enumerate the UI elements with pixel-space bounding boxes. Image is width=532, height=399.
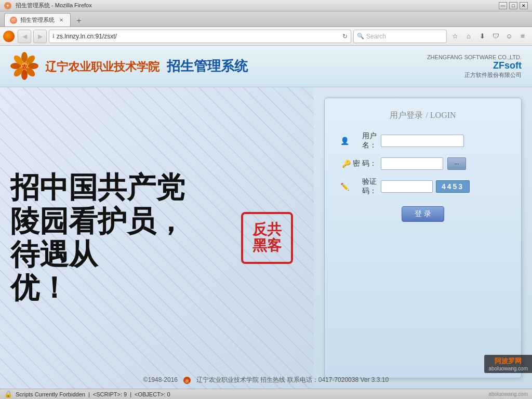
banner-line2: 陵园看护员，: [10, 205, 185, 238]
status-bar: 🔒 Scripts Currently Forbidden | <SCRIPT>…: [0, 389, 532, 399]
captcha-icon: ✏️: [340, 182, 349, 191]
tab-label: 招生管理系统: [20, 16, 55, 24]
tab-close-button[interactable]: ✕: [58, 17, 65, 24]
username-label: 👤 用户名：: [340, 131, 377, 150]
search-icon: 🔍: [357, 33, 364, 39]
captcha-image[interactable]: 4453: [436, 180, 470, 193]
tab-favicon: 招: [10, 17, 17, 24]
browser-favicon: ●: [4, 2, 11, 9]
window-controls: — □ ✕: [499, 2, 528, 9]
login-button[interactable]: 登 录: [402, 206, 444, 222]
download-icon[interactable]: ⬇: [476, 30, 488, 43]
captcha-label: ✏️ 验证码：: [340, 177, 377, 196]
company-name-en: ZFsoft: [427, 60, 522, 71]
banner-text: 招中国共产党 陵园看护员， 待遇从 优！: [10, 171, 185, 305]
password-row: 🔑 密 码： ···: [340, 157, 506, 170]
forward-button[interactable]: ▶: [33, 30, 47, 43]
username-input[interactable]: [381, 135, 464, 147]
captcha-row: ✏️ 验证码： 4453: [340, 177, 506, 196]
stamp-line2: 黑客: [252, 238, 282, 254]
home-icon[interactable]: ⌂: [462, 30, 475, 43]
emoji-icon[interactable]: ☺: [503, 30, 515, 43]
company-label: ZHENGFANG SOFTWARE CO.,LTD.: [427, 54, 522, 60]
logo-area: 农 辽宁农业职业技术学院 招生管理系统: [10, 52, 248, 81]
browser-title: 招生管理系统 - Mozilla Firefox: [16, 2, 92, 9]
firefox-logo: [3, 31, 15, 42]
footer-copyright: ©1948-2016: [143, 376, 178, 383]
login-title: 用户登录 / LOGIN: [340, 109, 506, 121]
active-tab[interactable]: 招 招生管理系统 ✕: [4, 13, 71, 26]
password-label: 🔑 密 码：: [340, 159, 377, 168]
password-show-button[interactable]: ···: [447, 157, 466, 170]
captcha-value: 4453: [442, 182, 464, 191]
status-icon: 🔒: [4, 390, 12, 398]
login-title-separator: /: [425, 111, 430, 119]
company-name-cn: 正方软件股份有限公司: [427, 71, 522, 79]
navigation-bar: ◀ ▶ ℹ zs.lnnzy.ln.cn:91/zsxt/ ↻ 🔍 Search…: [0, 27, 532, 46]
shield-icon[interactable]: 🛡: [489, 30, 502, 43]
status-separator2: |: [130, 391, 131, 397]
banner-line4: 优！: [10, 271, 185, 304]
site-header: 农 辽宁农业职业技术学院 招生管理系统 ZHENGFANG SOFTWARE C…: [0, 46, 532, 87]
password-input[interactable]: [381, 157, 443, 170]
footer-logo-icon: 农: [183, 376, 191, 384]
school-name-area: 辽宁农业职业技术学院 招生管理系统: [45, 57, 248, 75]
address-icon: ℹ: [52, 33, 55, 39]
page-content: 农 辽宁农业职业技术学院 招生管理系统 ZHENGFANG SOFTWARE C…: [0, 46, 532, 389]
system-title: 招生管理系统: [167, 59, 248, 74]
captcha-input[interactable]: [381, 180, 433, 193]
banner-area: 招中国共产党 陵园看护员， 待遇从 优！ 反共 黑客: [0, 87, 314, 389]
captcha-label-text: 验证码：: [351, 177, 377, 196]
search-placeholder: Search: [366, 33, 443, 40]
object-count: <OBJECT>: 0: [135, 391, 170, 397]
banner-line3: 待遇从: [10, 238, 185, 271]
browser-titlebar: ● 招生管理系统 - Mozilla Firefox — □ ✕: [0, 0, 532, 11]
login-title-cn: 用户登录: [390, 111, 423, 119]
footer-text: 辽宁农业职业技术学院 招生热线 联系电话：0417-7020038 Ver 3.…: [196, 376, 389, 383]
address-bar[interactable]: ℹ zs.lnnzy.ln.cn:91/zsxt/ ↻: [49, 30, 351, 43]
password-label-text: 密 码：: [353, 159, 377, 168]
watermark-text: 阿波罗网: [488, 356, 528, 366]
watermark: 阿波罗网 aboluowang.com: [484, 355, 532, 373]
reload-button[interactable]: ↻: [342, 33, 348, 40]
watermark-status: aboluowang.com: [488, 391, 528, 397]
nav-icons: ☆ ⌂ ⬇ 🛡 ☺ ≡: [449, 30, 529, 43]
company-info: ZHENGFANG SOFTWARE CO.,LTD. ZFsoft 正方软件股…: [427, 54, 522, 79]
svg-text:农: 农: [21, 64, 28, 70]
status-separator1: |: [88, 391, 90, 397]
school-logo: 农: [10, 52, 39, 81]
site-footer: ©1948-2016 农 辽宁农业职业技术学院 招生热线 联系电话：0417-7…: [0, 371, 532, 389]
username-label-text: 用户名：: [351, 131, 377, 150]
scripts-forbidden-text: Scripts Currently Forbidden: [16, 391, 85, 397]
stamp: 反共 黑客: [241, 212, 293, 264]
login-btn-row: 登 录: [340, 203, 506, 222]
search-bar[interactable]: 🔍 Search: [353, 30, 447, 43]
script-count: <SCRIPT>: 9: [93, 391, 127, 397]
main-area: 招中国共产党 陵园看护员， 待遇从 优！ 反共 黑客 用户登录 / LOGIN …: [0, 87, 532, 389]
school-name-cn: 辽宁农业职业技术学院: [45, 60, 159, 73]
close-button[interactable]: ✕: [520, 2, 528, 9]
login-panel: 用户登录 / LOGIN 👤 用户名： 🔑 密 码： ···: [324, 98, 522, 378]
username-row: 👤 用户名：: [340, 131, 506, 150]
minimize-button[interactable]: —: [499, 2, 507, 9]
password-icon: 🔑: [342, 159, 351, 168]
banner-line1: 招中国共产党: [10, 171, 185, 204]
new-tab-button[interactable]: +: [73, 15, 85, 26]
status-left: 🔒 Scripts Currently Forbidden | <SCRIPT>…: [4, 390, 170, 398]
svg-text:农: 农: [185, 379, 189, 383]
bookmark-star-icon[interactable]: ☆: [449, 30, 461, 43]
user-icon: 👤: [340, 137, 349, 145]
menu-icon[interactable]: ≡: [516, 30, 529, 43]
captcha-input-area: 4453: [381, 180, 470, 193]
status-right: aboluowang.com: [488, 391, 528, 397]
maximize-button[interactable]: □: [509, 2, 517, 9]
login-title-en: LOGIN: [430, 111, 456, 119]
address-text: zs.lnnzy.ln.cn:91/zsxt/: [57, 33, 340, 40]
watermark-url: aboluowang.com: [488, 366, 528, 371]
tab-bar: 招 招生管理系统 ✕ +: [0, 11, 532, 27]
back-button[interactable]: ◀: [18, 30, 31, 43]
stamp-line1: 反共: [252, 222, 282, 238]
